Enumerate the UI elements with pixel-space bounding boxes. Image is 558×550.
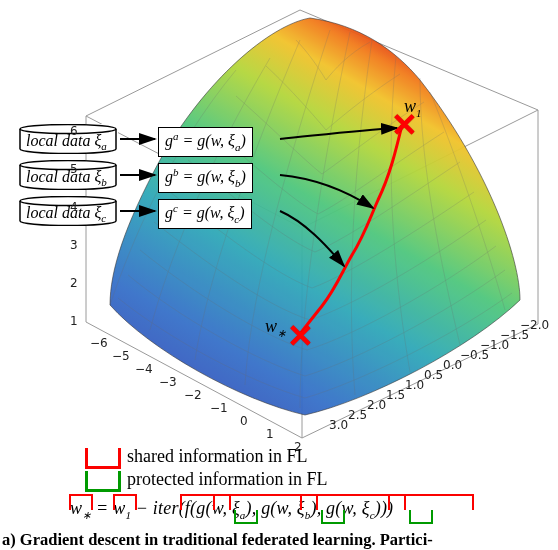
plot-3d [0, 0, 558, 470]
y-tick-30: 3.0 [329, 418, 348, 432]
g-box-a: ga = g(w, ξa) [158, 127, 253, 157]
surface-svg [0, 0, 558, 470]
z-tick-2: 2 [70, 276, 78, 290]
x-tick-1: 1 [266, 427, 274, 441]
greenbox-xic [409, 510, 433, 524]
z-tick-5: 5 [70, 162, 78, 176]
cross-wstar: ✕ [287, 320, 314, 352]
local-data-b: local data ξb [18, 160, 118, 190]
y-tick-15: 1.5 [386, 388, 405, 402]
legend: shared information in FL protected infor… [85, 445, 327, 491]
local-data-a-label: local data ξa [26, 132, 107, 152]
x-tick-0: 0 [240, 414, 248, 428]
z-tick-1: 1 [70, 314, 78, 328]
legend-protected: protected information in FL [85, 468, 327, 491]
legend-protected-label: protected information in FL [127, 468, 327, 491]
z-tick-3: 3 [70, 238, 78, 252]
label-w1: w1 [404, 96, 422, 119]
y-tick-00: 0.0 [443, 358, 462, 372]
legend-protected-icon [85, 471, 121, 492]
legend-shared-label: shared information in FL [127, 445, 307, 468]
figure-caption: a) Gradient descent in traditional feder… [2, 530, 556, 550]
z-tick-6: 6 [70, 124, 78, 138]
figure-root: local data ξa local data ξb local data ξ… [0, 0, 558, 550]
x-tick-m3: −3 [159, 375, 177, 389]
x-tick-m1: −1 [210, 401, 228, 415]
g-box-c: gc = g(w, ξc) [158, 199, 252, 229]
z-tick-4: 4 [70, 200, 78, 214]
y-tick-10: 1.0 [405, 378, 424, 392]
g-box-b: gb = g(w, ξb) [158, 163, 253, 193]
local-data-b-label: local data ξb [26, 168, 107, 188]
x-tick-m5: −5 [112, 349, 130, 363]
y-tick-05: 0.5 [424, 368, 443, 382]
x-tick-m6: −6 [90, 336, 108, 350]
local-data-c-label: local data ξc [26, 204, 106, 224]
legend-shared-icon [85, 448, 121, 469]
y-tick-m05: −0.5 [460, 348, 489, 362]
x-tick-m2: −2 [184, 388, 202, 402]
x-tick-m4: −4 [135, 362, 153, 376]
legend-shared: shared information in FL [85, 445, 327, 468]
local-data-c: local data ξc [18, 196, 118, 226]
local-data-a: local data ξa [18, 124, 118, 154]
label-wstar: w∗ [265, 316, 286, 340]
y-tick-20: 2.0 [367, 398, 386, 412]
update-formula: w∗ = w1 − iter(f(g(w, ξa), g(w, ξb), g(w… [70, 498, 393, 522]
y-tick-25: 2.5 [348, 408, 367, 422]
